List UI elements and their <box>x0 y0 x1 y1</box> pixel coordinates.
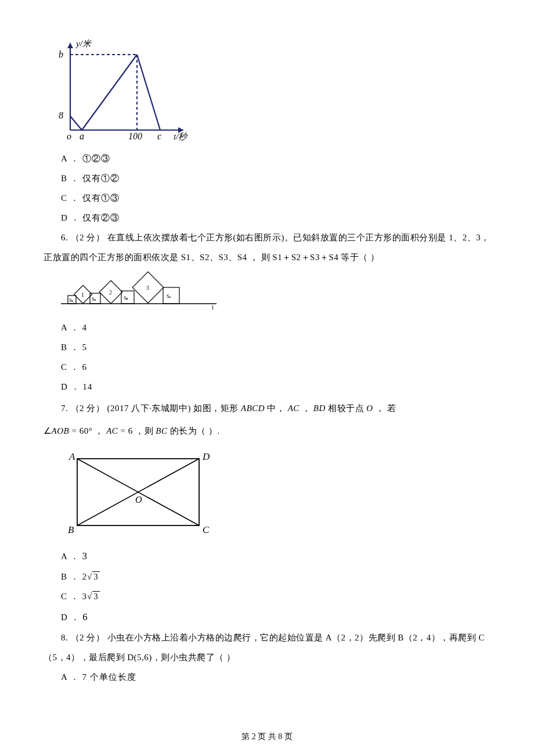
q6-option-c: C ． 6 <box>61 360 490 374</box>
svg-text:O: O <box>135 495 142 505</box>
svg-text:2: 2 <box>109 289 112 296</box>
svg-text:l: l <box>212 304 214 311</box>
svg-text:1: 1 <box>81 291 84 298</box>
q8-stem-line1: 8. （2 分） 小虫在小方格上沿着小方格的边爬行，它的起始位置是 A（2，2）… <box>44 631 490 645</box>
q7-stem-line2: ∠AOB = 60° ， AC = 6 ，则 BC 的长为（ ）. <box>44 424 490 438</box>
svg-text:D: D <box>202 451 210 462</box>
tick-a: a <box>80 131 84 141</box>
tick-c: c <box>157 131 161 141</box>
tick-100: 100 <box>128 131 142 141</box>
tick-8: 8 <box>59 110 63 120</box>
page-footer: 第 2 页 共 8 页 <box>0 730 534 743</box>
svg-text:S₁: S₁ <box>69 298 73 303</box>
svg-rect-22 <box>163 287 179 304</box>
q6-option-a: A ． 4 <box>61 321 490 334</box>
svg-text:S₄: S₄ <box>167 294 171 299</box>
q6-option-d: D ． 14 <box>61 380 490 394</box>
svg-marker-3 <box>67 43 73 48</box>
svg-text:S₃: S₃ <box>124 296 128 301</box>
svg-line-7 <box>82 55 137 130</box>
q7-option-b: B ． 2√3 <box>61 570 490 584</box>
svg-text:C: C <box>203 524 210 535</box>
origin-o: o <box>67 131 71 141</box>
q8-option-a: A ． 7 个单位长度 <box>61 670 490 684</box>
svg-text:3: 3 <box>146 285 149 291</box>
q7-option-a: A ． 3 <box>61 548 490 564</box>
svg-line-8 <box>137 55 160 130</box>
svg-text:S₂: S₂ <box>92 297 96 302</box>
q7-stem: 7. （2 分） (2017 八下·东城期中) 如图，矩形 ABCD 中， AC… <box>44 399 490 418</box>
q5-option-a: A ． ①②③ <box>61 152 490 165</box>
q5-option-b: B ． 仅有①② <box>61 171 490 185</box>
tick-b: b <box>59 49 63 59</box>
svg-text:A: A <box>68 451 75 462</box>
q6-stem-line1: 6. （2 分） 在直线上依次摆放着七个正方形(如右图所示)。已知斜放置的三个正… <box>44 231 490 244</box>
q8-stem-line2: （5，4），最后爬到 D(5,6)，则小虫共爬了（ ） <box>44 650 490 664</box>
ylabel: y/米 <box>75 39 92 48</box>
svg-text:B: B <box>68 524 74 535</box>
q6-figure: S₁ 1 S₂ 2 S₃ 3 S₄ l <box>60 270 490 315</box>
q6-option-b: B ． 5 <box>61 340 490 354</box>
xlabel: t/秒 <box>174 132 188 141</box>
q5-option-c: C ． 仅有①③ <box>61 191 490 205</box>
svg-line-6 <box>70 116 82 130</box>
q7-option-d: D ． 6 <box>61 609 490 625</box>
q7-figure: A D B C O <box>60 448 490 542</box>
q5-option-d: D ． 仅有②③ <box>61 211 490 225</box>
q5-graph: 8 b o a 100 c t/秒 y/米 <box>47 37 490 146</box>
q6-stem-line2: 正放置的四个正方形的面积依次是 S1、S2、S3、S4 ， 则 S1＋S2＋S3… <box>44 250 490 264</box>
q7-option-c: C ． 3√3 <box>61 589 490 603</box>
